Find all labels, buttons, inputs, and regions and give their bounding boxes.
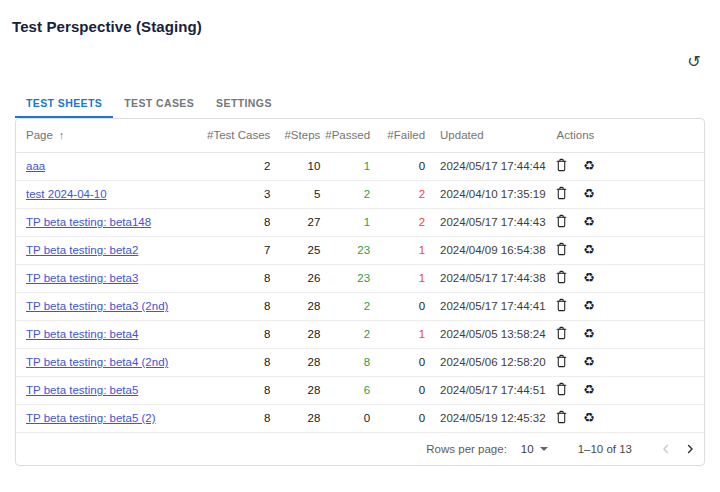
- rows-per-page-value: 10: [521, 443, 534, 455]
- test-sheets-table: Page↑ #Test Cases #Steps #Passed #Failed…: [15, 118, 705, 466]
- page-cell: TP beta testing: beta2: [16, 236, 206, 264]
- test-cases-cell: 8: [206, 376, 274, 404]
- rerun-button[interactable]: ♻: [578, 323, 600, 345]
- page-cell: TP beta testing: beta3 (2nd): [16, 292, 206, 320]
- tab-test-sheets[interactable]: TEST SHEETS: [15, 88, 113, 118]
- failed-cell: 2: [374, 180, 429, 208]
- failed-cell: 1: [374, 236, 429, 264]
- delete-button[interactable]: [551, 239, 573, 261]
- page-link[interactable]: test 2024-04-10: [26, 188, 107, 200]
- page-link[interactable]: TP beta testing: beta4 (2nd): [26, 356, 168, 368]
- page-cell: aaa: [16, 152, 206, 180]
- failed-cell: 0: [374, 348, 429, 376]
- steps-cell: 28: [274, 348, 324, 376]
- rerun-button[interactable]: ♻: [578, 211, 600, 233]
- trash-icon: [555, 354, 568, 368]
- steps-cell: 28: [274, 376, 324, 404]
- page-link[interactable]: TP beta testing: beta3: [26, 272, 138, 284]
- rows-per-page-select[interactable]: 10: [521, 443, 548, 455]
- updated-cell: 2024/05/06 12:58:20: [429, 348, 547, 376]
- tab-settings[interactable]: SETTINGS: [205, 88, 283, 118]
- steps-cell: 28: [274, 292, 324, 320]
- delete-button[interactable]: [551, 183, 573, 205]
- delete-button[interactable]: [551, 407, 573, 429]
- test-cases-cell: 8: [206, 320, 274, 348]
- test-cases-cell: 8: [206, 208, 274, 236]
- rerun-button[interactable]: ♻: [578, 239, 600, 261]
- rerun-button[interactable]: ♻: [578, 351, 600, 373]
- page-cell: TP beta testing: beta148: [16, 208, 206, 236]
- rerun-button[interactable]: ♻: [578, 379, 600, 401]
- column-header-page-label: Page: [26, 129, 53, 141]
- column-header-failed: #Failed: [374, 119, 429, 152]
- delete-button[interactable]: [551, 323, 573, 345]
- steps-cell: 25: [274, 236, 324, 264]
- rerun-button[interactable]: ♻: [578, 155, 600, 177]
- page-cell: TP beta testing: beta5: [16, 376, 206, 404]
- test-cases-cell: 8: [206, 292, 274, 320]
- refresh-button[interactable]: ↺: [682, 50, 706, 74]
- page-link[interactable]: TP beta testing: beta5: [26, 384, 138, 396]
- column-header-passed: #Passed: [324, 119, 374, 152]
- updated-cell: 2024/05/17 17:44:43: [429, 208, 547, 236]
- updated-cell: 2024/05/05 13:58:24: [429, 320, 547, 348]
- test-cases-cell: 8: [206, 404, 274, 432]
- trash-icon: [555, 214, 568, 228]
- actions-cell: ♻: [547, 292, 704, 320]
- rerun-button[interactable]: ♻: [578, 295, 600, 317]
- rerun-button[interactable]: ♻: [578, 407, 600, 429]
- column-header-actions: Actions: [547, 119, 704, 152]
- page-link[interactable]: TP beta testing: beta5 (2): [26, 412, 156, 424]
- passed-cell: 2: [324, 320, 374, 348]
- actions-cell: ♻: [547, 208, 704, 236]
- failed-cell: 0: [374, 404, 429, 432]
- column-header-page[interactable]: Page↑: [16, 119, 206, 152]
- recycle-icon: ♻: [583, 214, 595, 229]
- page-link[interactable]: aaa: [26, 160, 45, 172]
- prev-page-button[interactable]: [654, 437, 678, 461]
- steps-cell: 26: [274, 264, 324, 292]
- next-page-button[interactable]: [678, 437, 702, 461]
- rerun-button[interactable]: ♻: [578, 267, 600, 289]
- page-cell: TP beta testing: beta4 (2nd): [16, 348, 206, 376]
- table-row: TP beta testing: beta4 8 28 2 1 2024/05/…: [16, 320, 704, 348]
- failed-cell: 1: [374, 264, 429, 292]
- table-row: aaa 2 10 1 0 2024/05/17 17:44:44 ♻: [16, 152, 704, 180]
- delete-button[interactable]: [551, 351, 573, 373]
- page-link[interactable]: TP beta testing: beta2: [26, 244, 138, 256]
- actions-cell: ♻: [547, 320, 704, 348]
- page-cell: TP beta testing: beta5 (2): [16, 404, 206, 432]
- table-row: test 2024-04-10 3 5 2 2 2024/04/10 17:35…: [16, 180, 704, 208]
- page-link[interactable]: TP beta testing: beta3 (2nd): [26, 300, 168, 312]
- recycle-icon: ♻: [583, 270, 595, 285]
- failed-cell: 0: [374, 292, 429, 320]
- table-header-row: Page↑ #Test Cases #Steps #Passed #Failed…: [16, 119, 704, 152]
- refresh-icon: ↺: [687, 53, 700, 70]
- test-cases-cell: 3: [206, 180, 274, 208]
- delete-button[interactable]: [551, 295, 573, 317]
- page-cell: test 2024-04-10: [16, 180, 206, 208]
- updated-cell: 2024/04/09 16:54:38: [429, 236, 547, 264]
- steps-cell: 28: [274, 320, 324, 348]
- passed-cell: 23: [324, 236, 374, 264]
- page-link[interactable]: TP beta testing: beta148: [26, 216, 151, 228]
- trash-icon: [555, 382, 568, 396]
- steps-cell: 10: [274, 152, 324, 180]
- updated-cell: 2024/05/17 17:44:44: [429, 152, 547, 180]
- rerun-button[interactable]: ♻: [578, 183, 600, 205]
- passed-cell: 2: [324, 292, 374, 320]
- steps-cell: 5: [274, 180, 324, 208]
- chevron-right-icon: [683, 442, 697, 456]
- tab-test-cases[interactable]: TEST CASES: [113, 88, 205, 118]
- recycle-icon: ♻: [583, 410, 595, 425]
- sort-ascending-icon: ↑: [59, 129, 65, 141]
- page-link[interactable]: TP beta testing: beta4: [26, 328, 138, 340]
- delete-button[interactable]: [551, 379, 573, 401]
- table-row: TP beta testing: beta2 7 25 23 1 2024/04…: [16, 236, 704, 264]
- delete-button[interactable]: [551, 267, 573, 289]
- test-cases-cell: 8: [206, 264, 274, 292]
- delete-button[interactable]: [551, 155, 573, 177]
- delete-button[interactable]: [551, 211, 573, 233]
- trash-icon: [555, 298, 568, 312]
- column-header-test-cases: #Test Cases: [206, 119, 274, 152]
